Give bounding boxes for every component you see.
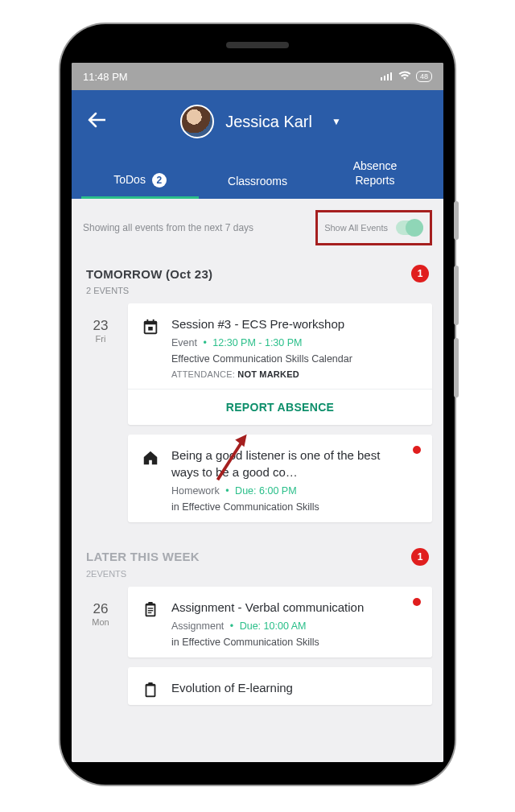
report-absence-button[interactable]: REPORT ABSENCE <box>128 389 432 425</box>
tab-label: ToDos <box>113 173 146 186</box>
card-time: 6:00 PM <box>259 485 297 497</box>
attendance-label: ATTENDANCE: <box>171 369 235 379</box>
assignment-card[interactable]: Assignment - Verbal communication Assign… <box>128 587 432 657</box>
show-all-toggle-box: Show All Events <box>315 210 432 245</box>
battery-icon: 48 <box>416 71 432 82</box>
card-subtitle: Effective Communication Skills Calendar <box>171 353 419 365</box>
svg-rect-13 <box>148 610 153 611</box>
toggle-label: Show All Events <box>324 223 388 233</box>
svg-rect-3 <box>390 72 392 80</box>
card-title: Being a good listener is one of the best… <box>171 447 419 480</box>
tab-badge: 2 <box>152 173 167 188</box>
card-title: Assignment - Verbal communication <box>171 600 419 616</box>
status-time: 11:48 PM <box>83 71 128 83</box>
svg-rect-2 <box>387 74 389 80</box>
day-group: 23 Fri Session #3 - ECS Pre-workshop <box>72 303 443 532</box>
due-label: Due: <box>235 485 256 497</box>
due-label: Due: <box>240 620 261 632</box>
wifi-icon <box>398 71 411 83</box>
section-header: TOMORROW (Oct 23) 1 <box>72 257 443 286</box>
svg-rect-1 <box>384 76 385 80</box>
section-badge: 1 <box>411 265 429 282</box>
svg-rect-14 <box>148 612 152 613</box>
tab-classrooms[interactable]: Classrooms <box>199 167 316 199</box>
card-type: Assignment <box>171 620 224 632</box>
phone-side-button <box>454 338 459 398</box>
chevron-down-icon: ▼ <box>332 116 341 127</box>
svg-rect-12 <box>148 608 153 608</box>
day-name: Fri <box>83 334 118 344</box>
section-badge: 1 <box>411 548 429 566</box>
clipboard-icon <box>141 680 160 703</box>
content[interactable]: Showing all events from the next 7 days … <box>72 199 443 762</box>
unread-dot <box>413 598 421 606</box>
day-number: 23 <box>83 318 118 334</box>
section-title: LATER THIS WEEK <box>86 550 200 563</box>
calendar-icon <box>141 316 160 379</box>
svg-rect-11 <box>148 602 153 605</box>
app-header: Jessica Karl ▼ ToDos 2 Classrooms Absenc… <box>72 90 443 199</box>
separator: • <box>227 620 237 632</box>
assignment-card[interactable]: Evolution of E-learning <box>128 667 432 705</box>
screen: 11:48 PM 48 Jessica Karl ▼ <box>72 63 443 762</box>
day-name: Mon <box>83 617 118 627</box>
phone-speaker <box>226 42 289 48</box>
separator: • <box>200 337 209 348</box>
tab-absence-reports[interactable]: Absence Reports <box>316 151 434 199</box>
section-subtitle: 2EVENTS <box>72 569 443 587</box>
avatar <box>180 105 214 138</box>
homework-card[interactable]: Being a good listener is one of the best… <box>128 435 432 522</box>
home-icon <box>141 447 160 513</box>
svg-rect-16 <box>146 686 154 696</box>
status-icons: 48 <box>381 71 432 83</box>
card-type: Event <box>171 337 197 348</box>
card-time: 12:30 PM - 1:30 PM <box>212 337 302 348</box>
filter-row: Showing all events from the next 7 days … <box>72 199 443 257</box>
status-bar: 11:48 PM 48 <box>72 63 443 90</box>
tabs: ToDos 2 Classrooms Absence Reports <box>81 151 434 199</box>
phone-frame: 11:48 PM 48 Jessica Karl ▼ <box>60 24 455 785</box>
event-card[interactable]: Session #3 - ECS Pre-workshop Event • 12… <box>128 303 432 425</box>
tab-todos[interactable]: ToDos 2 <box>81 165 199 199</box>
tab-label: Classrooms <box>228 175 287 188</box>
day-chip: 23 Fri <box>83 303 118 522</box>
profile-name: Jessica Karl <box>225 113 312 131</box>
section-subtitle: 2 EVENTS <box>72 286 443 303</box>
signal-icon <box>381 71 393 83</box>
clipboard-icon <box>141 600 160 648</box>
day-number: 26 <box>83 601 118 617</box>
svg-rect-6 <box>146 319 148 323</box>
day-chip: 26 Mon <box>83 587 118 705</box>
phone-side-button <box>454 266 459 325</box>
card-title: Session #3 - ECS Pre-workshop <box>171 316 419 332</box>
tab-label: Absence Reports <box>339 159 411 188</box>
section-header: LATER THIS WEEK 1 <box>72 540 443 569</box>
phone-side-button <box>454 201 459 240</box>
card-title: Evolution of E-learning <box>171 680 419 696</box>
show-all-toggle[interactable] <box>396 221 423 235</box>
svg-rect-7 <box>153 319 154 323</box>
filter-summary: Showing all events from the next 7 days <box>83 222 253 233</box>
attendance-value: NOT MARKED <box>237 369 299 379</box>
card-subtitle: in Effective Communication Skills <box>171 637 419 648</box>
card-type: Homework <box>171 485 220 497</box>
day-group: 26 Mon Assignment - Verbal communication <box>72 587 443 715</box>
svg-rect-17 <box>148 682 153 686</box>
profile-selector[interactable]: Jessica Karl ▼ <box>91 105 431 138</box>
svg-rect-8 <box>148 327 153 331</box>
card-subtitle: in Effective Communication Skills <box>171 501 419 513</box>
separator: • <box>222 485 232 497</box>
svg-rect-0 <box>381 77 382 80</box>
card-time: 10:00 AM <box>264 620 307 632</box>
section-title: TOMORROW (Oct 23) <box>86 267 212 281</box>
